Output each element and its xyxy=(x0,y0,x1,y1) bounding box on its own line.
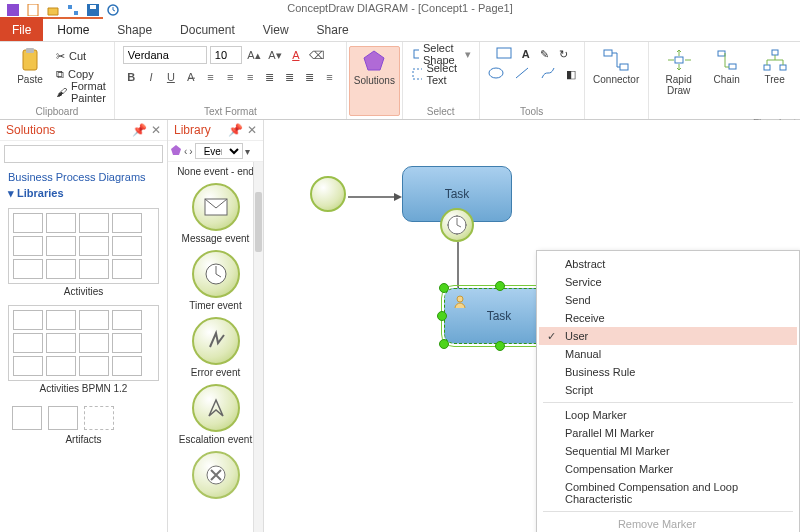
tab-file[interactable]: File xyxy=(0,17,43,41)
italic-button[interactable]: I xyxy=(143,68,160,86)
svg-rect-5 xyxy=(90,5,96,9)
align-bottom-button[interactable]: ≣ xyxy=(301,68,318,86)
select-shape-button[interactable]: Select Shape▾ xyxy=(411,46,471,62)
connector-start-task[interactable] xyxy=(348,192,402,202)
ctx-user[interactable]: User xyxy=(539,327,797,345)
lib-item-error-event[interactable]: Error event xyxy=(168,315,263,380)
lib-item-timer-event[interactable]: Timer event xyxy=(168,248,263,313)
ribbon: Paste ✂Cut ⧉Copy 🖌Format Painter Clipboa… xyxy=(0,42,800,120)
canvas[interactable]: Task Task Abstract Service Send Receive … xyxy=(264,120,800,532)
increase-font-icon[interactable]: A▴ xyxy=(245,46,263,64)
ctx-service[interactable]: Service xyxy=(539,273,797,291)
ctx-parallel-mi-marker[interactable]: Parallel MI Marker xyxy=(539,424,797,442)
svg-rect-1 xyxy=(28,4,38,16)
qat-icon-open[interactable] xyxy=(46,3,60,17)
thumb-activities[interactable] xyxy=(8,208,159,284)
lib-pentagon-icon[interactable] xyxy=(170,144,182,158)
clipboard-small-buttons: ✂Cut ⧉Copy 🖌Format Painter xyxy=(56,48,106,100)
align-top-button[interactable]: ≣ xyxy=(262,68,279,86)
svg-marker-9 xyxy=(364,51,384,70)
tool-curve-icon[interactable] xyxy=(540,66,556,82)
font-color-icon[interactable]: A xyxy=(287,46,305,64)
tree-item-bpd[interactable]: Business Process Diagrams xyxy=(8,171,159,183)
tree-button[interactable]: Tree xyxy=(753,46,797,116)
library-scrollbar[interactable] xyxy=(253,162,263,532)
tool-line-icon[interactable] xyxy=(514,66,530,82)
tool-rect-icon[interactable] xyxy=(496,46,512,62)
close-icon[interactable]: ✕ xyxy=(247,123,257,137)
tool-ellipse-icon[interactable] xyxy=(488,66,504,82)
tab-view[interactable]: View xyxy=(249,17,303,41)
lib-next-icon[interactable]: › xyxy=(189,146,192,157)
line-spacing-button[interactable]: ≡ xyxy=(321,68,338,86)
decrease-font-icon[interactable]: A▾ xyxy=(266,46,284,64)
ctx-combined-marker[interactable]: Combined Compensation and Loop Character… xyxy=(539,478,797,508)
tab-home[interactable]: Home xyxy=(43,17,103,41)
tree-item-libraries[interactable]: ▾ Libraries xyxy=(8,187,159,200)
qat-icon-save[interactable] xyxy=(86,3,100,17)
solutions-search-input[interactable] xyxy=(4,145,163,163)
qat-icon-arrange[interactable] xyxy=(66,3,80,17)
cut-button[interactable]: ✂Cut xyxy=(56,48,86,64)
tab-document[interactable]: Document xyxy=(166,17,249,41)
ctx-business-rule[interactable]: Business Rule xyxy=(539,363,797,381)
solutions-button[interactable]: Solutions xyxy=(349,46,400,116)
chain-button[interactable]: Chain xyxy=(705,46,749,116)
qat-icon-new[interactable] xyxy=(26,3,40,17)
svg-rect-8 xyxy=(26,48,34,53)
paste-button[interactable]: Paste xyxy=(8,46,52,102)
tool-pencil-icon[interactable]: ✎ xyxy=(540,48,549,61)
lib-item-none-event-end[interactable]: None event - end xyxy=(168,164,263,179)
pin-icon[interactable]: 📌 xyxy=(228,123,243,137)
lib-item-message-event[interactable]: Message event xyxy=(168,181,263,246)
svg-rect-18 xyxy=(718,51,725,56)
select-text-button[interactable]: Select Text xyxy=(411,66,471,82)
svg-rect-3 xyxy=(74,11,78,15)
group-connector: Connector xyxy=(585,42,649,119)
lib-item-cancel-event[interactable] xyxy=(168,449,263,501)
ctx-script[interactable]: Script xyxy=(539,381,797,399)
ctx-manual[interactable]: Manual xyxy=(539,345,797,363)
ribbon-tabs: File Home Shape Document View Share xyxy=(0,20,800,42)
format-painter-button[interactable]: 🖌Format Painter xyxy=(56,84,106,100)
node-timer-event[interactable] xyxy=(440,208,474,242)
tab-share[interactable]: Share xyxy=(303,17,363,41)
thumb-activities-bpmn[interactable] xyxy=(8,305,159,381)
ctx-loop-marker[interactable]: Loop Marker xyxy=(539,406,797,424)
align-right-button[interactable]: ≡ xyxy=(242,68,259,86)
connector-button[interactable]: Connector xyxy=(589,46,643,104)
ctx-compensation-marker[interactable]: Compensation Marker xyxy=(539,460,797,478)
rapid-draw-button[interactable]: Rapid Draw xyxy=(657,46,701,116)
tool-erase-icon[interactable]: ◧ xyxy=(566,68,576,81)
svg-line-14 xyxy=(516,68,528,78)
align-middle-button[interactable]: ≣ xyxy=(281,68,298,86)
ctx-send[interactable]: Send xyxy=(539,291,797,309)
select-group-label: Select xyxy=(411,106,471,117)
lib-prev-icon[interactable]: ‹ xyxy=(184,146,187,157)
close-icon[interactable]: ✕ xyxy=(151,123,161,137)
svg-rect-12 xyxy=(497,48,511,58)
thumb-artifacts[interactable] xyxy=(8,402,159,434)
qat-icon-recent[interactable] xyxy=(106,3,120,17)
bold-button[interactable]: B xyxy=(123,68,140,86)
tool-rotate-icon[interactable]: ↻ xyxy=(559,48,568,61)
qat-icon-purple[interactable] xyxy=(6,3,20,17)
pin-icon[interactable]: 📌 xyxy=(132,123,147,137)
align-left-button[interactable]: ≡ xyxy=(202,68,219,86)
node-start-event[interactable] xyxy=(310,176,346,212)
underline-button[interactable]: U xyxy=(162,68,179,86)
ctx-receive[interactable]: Receive xyxy=(539,309,797,327)
font-select[interactable] xyxy=(123,46,207,64)
font-size-select[interactable] xyxy=(210,46,242,64)
library-category-select[interactable]: Events xyxy=(195,143,243,159)
clear-format-icon[interactable]: ⌫ xyxy=(308,46,326,64)
chevron-down-icon[interactable]: ▾ xyxy=(245,146,250,157)
text-format-group-label: Text Format xyxy=(123,106,338,117)
tab-shape[interactable]: Shape xyxy=(103,17,166,41)
ctx-sequential-mi-marker[interactable]: Sequential MI Marker xyxy=(539,442,797,460)
ctx-abstract[interactable]: Abstract xyxy=(539,255,797,273)
panel-solutions: Solutions 📌✕ Business Process Diagrams ▾… xyxy=(0,120,168,532)
strike-button[interactable]: A̶ xyxy=(182,68,199,86)
align-center-button[interactable]: ≡ xyxy=(222,68,239,86)
lib-item-escalation-event[interactable]: Escalation event xyxy=(168,382,263,447)
